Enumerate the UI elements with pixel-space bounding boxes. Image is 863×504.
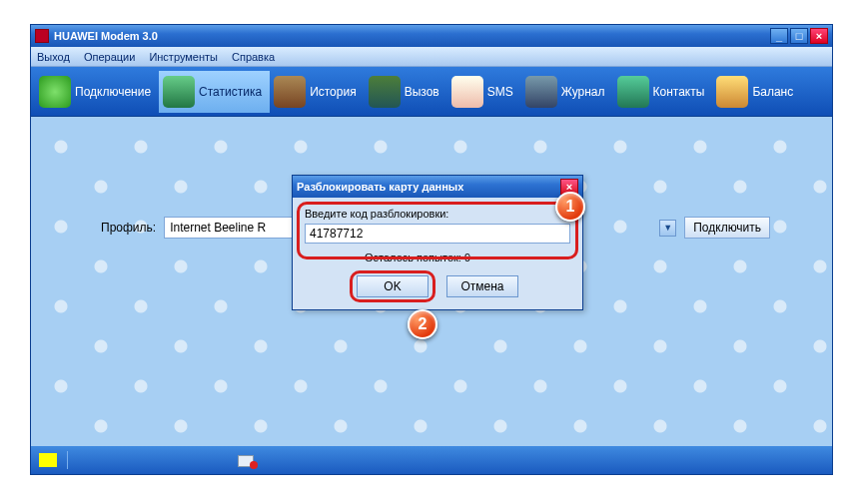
dialog-body: Введите код разблокировки: Осталось попы… xyxy=(293,198,582,309)
maximize-button[interactable]: □ xyxy=(790,28,808,44)
menu-exit[interactable]: Выход xyxy=(37,51,70,63)
menu-tools[interactable]: Инструменты xyxy=(149,51,218,63)
tool-history[interactable]: История xyxy=(270,71,365,113)
tool-statistics[interactable]: Статистика xyxy=(159,71,270,113)
dropdown-icon[interactable]: ▼ xyxy=(659,220,676,237)
status-sep xyxy=(67,451,68,469)
code-input-wrap xyxy=(305,224,570,244)
tool-history-label: История xyxy=(310,85,357,99)
tool-connection[interactable]: Подключение xyxy=(35,71,159,113)
ok-wrap: OK xyxy=(357,275,429,297)
phone-icon xyxy=(369,76,401,108)
toolbar: Подключение Статистика История Вызов SMS… xyxy=(31,67,832,117)
tool-sms[interactable]: SMS xyxy=(447,71,521,113)
close-button[interactable]: × xyxy=(810,28,828,44)
tool-journal-label: Журнал xyxy=(561,85,605,99)
window-buttons: _ □ × xyxy=(770,28,828,44)
profile-value: Internet Beeline R xyxy=(170,221,266,235)
window-title: HUAWEI Modem 3.0 xyxy=(54,30,770,42)
cancel-button[interactable]: Отмена xyxy=(446,275,518,297)
ok-button[interactable]: OK xyxy=(357,275,429,297)
chart-icon xyxy=(163,76,195,108)
tool-balance[interactable]: Баланс xyxy=(712,71,801,113)
device-error-icon xyxy=(238,453,256,467)
globe-icon xyxy=(39,76,71,108)
tool-sms-label: SMS xyxy=(487,85,513,99)
app-icon xyxy=(35,29,49,43)
history-icon xyxy=(274,76,306,108)
dialog-title: Разблокировать карту данных xyxy=(297,181,560,193)
unlock-code-input[interactable] xyxy=(305,224,570,244)
signal-icon xyxy=(39,453,57,467)
unlock-dialog: Разблокировать карту данных × Введите ко… xyxy=(292,175,583,310)
profile-label: Профиль: xyxy=(101,221,156,235)
menu-operations[interactable]: Операции xyxy=(84,51,135,63)
dialog-prompt: Введите код разблокировки: xyxy=(305,208,570,220)
journal-icon xyxy=(525,76,557,108)
tool-contacts-label: Контакты xyxy=(653,85,705,99)
envelope-icon xyxy=(451,76,483,108)
minimize-button[interactable]: _ xyxy=(770,28,788,44)
titlebar[interactable]: HUAWEI Modem 3.0 _ □ × xyxy=(31,25,832,47)
attempts-remaining: Осталось попыток: 9 xyxy=(365,252,570,263)
tool-contacts[interactable]: Контакты xyxy=(613,71,713,113)
tool-connection-label: Подключение xyxy=(75,85,151,99)
tool-statistics-label: Статистика xyxy=(199,85,262,99)
dialog-titlebar[interactable]: Разблокировать карту данных × xyxy=(293,176,582,198)
dialog-buttons: OK Отмена xyxy=(305,275,570,297)
connect-button[interactable]: Подключить xyxy=(684,217,770,239)
tool-call[interactable]: Вызов xyxy=(365,71,447,113)
contacts-icon xyxy=(617,76,649,108)
tool-call-label: Вызов xyxy=(405,85,439,99)
tool-balance-label: Баланс xyxy=(752,85,793,99)
statusbar xyxy=(31,446,832,474)
tool-journal[interactable]: Журнал xyxy=(521,71,613,113)
menu-help[interactable]: Справка xyxy=(232,51,275,63)
menubar: Выход Операции Инструменты Справка xyxy=(31,47,832,67)
dialog-close-button[interactable]: × xyxy=(560,179,578,195)
coins-icon xyxy=(716,76,748,108)
